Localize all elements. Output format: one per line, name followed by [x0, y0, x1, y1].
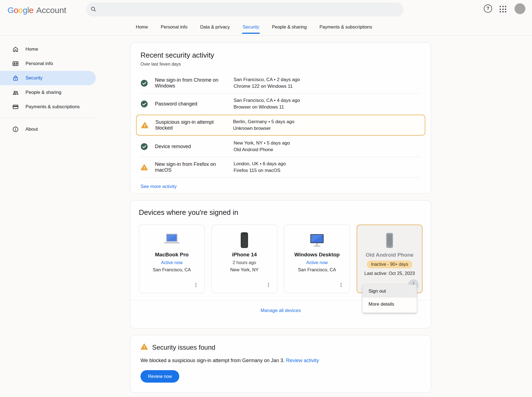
avatar[interactable] — [515, 3, 525, 14]
apps-grid-icon[interactable] — [500, 6, 507, 13]
tab-people-sharing[interactable]: People & sharing — [272, 24, 307, 30]
device-card-old-android-phone[interactable]: Old Android PhoneInactive - 90+ daysLast… — [357, 225, 423, 293]
sidebar-item-people-sharing[interactable]: People & sharing — [0, 85, 96, 100]
lock-icon — [12, 75, 19, 81]
activity-row-title: Suspicious sign-in attempt blocked — [155, 119, 233, 131]
phone-gray-icon — [385, 232, 394, 248]
sidebar-item-home[interactable]: Home — [0, 42, 96, 56]
logo-letter: G — [7, 6, 14, 15]
logo-letter: o — [18, 6, 23, 15]
activity-row-password-changed[interactable]: Password changedSan Francisco, CA • 4 da… — [140, 94, 421, 114]
device-location: San Francisco, CA — [153, 267, 191, 272]
activity-agent: Firefox 115 on macOS — [234, 167, 421, 174]
check-circle-icon — [140, 79, 155, 87]
sidebar-item-personal-info[interactable]: Personal info — [0, 56, 96, 71]
google-account-logo[interactable]: Google Account — [7, 6, 66, 15]
search-bar[interactable] — [86, 2, 403, 17]
device-name: Old Android Phone — [366, 252, 413, 258]
sidebar-item-label: Home — [25, 47, 38, 52]
header-divider — [0, 35, 532, 36]
device-card-iphone-14[interactable]: iPhone 142 hours agoNew York, NY — [211, 225, 277, 293]
review-activity-link[interactable]: Review activity — [286, 358, 319, 363]
logo-letter: o — [14, 6, 18, 15]
activity-row-details: San Francisco, CA • 2 days agoChrome 122… — [234, 76, 421, 90]
check-circle-icon — [140, 143, 155, 150]
device-status: Active now — [306, 260, 328, 265]
tab-personal-info[interactable]: Personal info — [161, 24, 187, 30]
monitor-icon — [308, 232, 326, 248]
activity-agent: Old Android Phone — [234, 146, 421, 153]
activity-location-time: Berlin, Germany • 5 days ago — [233, 118, 420, 125]
top-nav-tabs: HomePersonal infoData & privacySecurityP… — [136, 24, 372, 30]
device-location: Last active: Oct 25, 2023 — [364, 271, 415, 276]
device-card-windows-desktop[interactable]: Windows DesktopActive nowSan Francisco, … — [284, 225, 350, 293]
activity-location-time: San Francisco, CA • 2 days ago — [234, 76, 421, 83]
device-location: New York, NY — [230, 267, 259, 272]
warning-icon — [141, 122, 155, 129]
sidebar-item-label: Security — [25, 75, 42, 81]
device-status: Active now — [161, 260, 182, 265]
devices-card-title: Devices where you're signed in — [139, 208, 423, 217]
sidebar-item-label: Personal info — [25, 61, 53, 66]
tab-security[interactable]: Security — [243, 24, 259, 30]
manage-all-devices-link[interactable]: Manage all devices — [260, 308, 301, 313]
activity-location-time: New York, NY • 5 days ago — [234, 140, 421, 146]
issues-title: Security issues found — [152, 344, 215, 351]
activity-location-time: London, UK • 6 days ago — [234, 161, 421, 167]
device-card-macbook-pro[interactable]: MacBook ProActive nowSan Francisco, CA — [139, 225, 205, 293]
activity-row-device-removed[interactable]: Device removedNew York, NY • 5 days agoO… — [140, 136, 421, 157]
see-more-activity-link[interactable]: See more activity — [140, 184, 177, 189]
sidebar-item-label: People & sharing — [25, 90, 61, 95]
sidebar: HomePersonal infoSecurityPeople & sharin… — [0, 42, 96, 136]
security-issues-card: Security issues found We blocked a suspi… — [130, 335, 431, 393]
id-card-icon — [12, 60, 19, 67]
logo-letter: g — [23, 6, 27, 15]
activity-row-title: New sign-in from Chrome on Windows — [155, 77, 234, 89]
tab-data-privacy[interactable]: Data & privacy — [200, 24, 230, 30]
activity-row-title: Password changed — [155, 101, 234, 107]
activity-row-title: New sign-in from Firefox on macOS — [155, 161, 234, 173]
device-more-options-icon[interactable] — [191, 280, 201, 290]
device-more-options-icon[interactable] — [336, 280, 346, 290]
activity-row-title: Device removed — [155, 144, 234, 149]
activity-row-new-sign-in-from-firefox-on-macos[interactable]: New sign-in from Firefox on macOSLondon,… — [140, 157, 421, 177]
sidebar-item-payments-subscriptions[interactable]: Payments & subscriptions — [0, 100, 96, 114]
logo-product-name: Account — [36, 6, 66, 15]
activity-row-details: London, UK • 6 days agoFirefox 115 on ma… — [234, 161, 421, 174]
google-logo-letters: Google — [7, 6, 34, 15]
search-icon — [90, 6, 100, 13]
check-circle-icon — [140, 100, 155, 108]
sidebar-item-label: About — [25, 127, 38, 132]
activity-row-details: New York, NY • 5 days agoOld Android Pho… — [234, 140, 421, 153]
tab-payments-subscriptions[interactable]: Payments & subscriptions — [319, 24, 372, 30]
device-name: iPhone 14 — [232, 252, 257, 258]
review-now-button[interactable]: Review now — [140, 370, 179, 383]
devices-grid: MacBook ProActive nowSan Francisco, CAiP… — [139, 225, 423, 293]
activity-row-suspicious-sign-in-attempt-blocked[interactable]: Suspicious sign-in attempt blockedBerlin… — [136, 115, 425, 136]
phone-dark-icon — [240, 232, 249, 248]
activity-row-new-sign-in-from-chrome-on-windows[interactable]: New sign-in from Chrome on WindowsSan Fr… — [140, 73, 421, 93]
menu-item-sign-out[interactable]: Sign out — [362, 285, 417, 298]
activity-card-title: Recent security activity — [140, 51, 421, 60]
device-status: 2 hours ago — [233, 260, 256, 265]
activity-agent: Chrome 122 on Windows 11 — [234, 83, 421, 90]
search-input[interactable] — [100, 7, 399, 12]
sidebar-item-security[interactable]: Security — [0, 71, 96, 85]
help-icon[interactable]: ? — [484, 4, 492, 13]
activity-card-subtitle: Over last feven days — [140, 62, 421, 67]
activity-row-details: San Francisco, CA • 4 days agoBrowser on… — [234, 97, 421, 110]
inactive-badge: Inactive - 90+ days — [367, 261, 413, 268]
menu-item-more-details[interactable]: More details — [362, 298, 417, 311]
device-context-menu: Sign outMore details — [362, 285, 417, 313]
device-name: MacBook Pro — [155, 252, 188, 258]
activity-row-details: Berlin, Germany • 5 days agoUnknown brow… — [233, 118, 420, 132]
info-icon — [12, 126, 19, 133]
activity-list: New sign-in from Chrome on WindowsSan Fr… — [140, 73, 421, 178]
home-icon — [12, 46, 19, 53]
sidebar-item-label: Payments & subscriptions — [25, 104, 80, 110]
device-more-options-icon[interactable] — [263, 280, 274, 290]
activity-agent: Unknown browser — [233, 125, 420, 132]
tab-home[interactable]: Home — [136, 24, 148, 30]
people-icon — [12, 89, 19, 96]
sidebar-item-about[interactable]: About — [0, 122, 96, 136]
